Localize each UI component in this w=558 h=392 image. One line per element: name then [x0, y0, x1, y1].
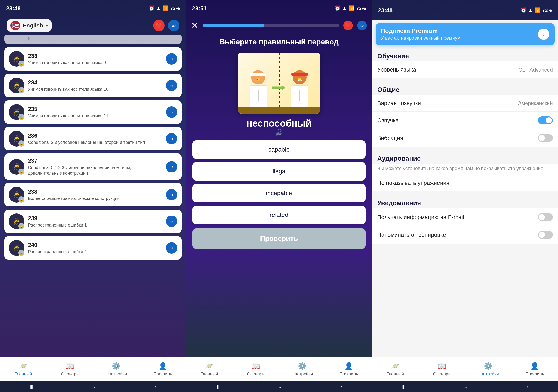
list-item[interactable]: 🥷 🔒 237 Conditional 0 1 2 3 условное нак… — [4, 154, 182, 180]
nav-home-label-1: Главный — [15, 372, 32, 376]
quiz-audio-hint: 🔊 — [246, 129, 312, 136]
language-level-label: Уровень языка — [377, 66, 416, 73]
gesture-bar-1: ||| ○ ‹ — [0, 381, 186, 392]
voice-toggle[interactable] — [538, 116, 553, 124]
course-title: Учимся говорить как носители языка 10 — [28, 86, 162, 92]
signal-icon-3: 📶 — [535, 8, 541, 13]
answer-illegal[interactable]: illegal — [192, 162, 365, 181]
list-item[interactable]: 🥷 🔒 236 Conditional 2 3 условное наклоне… — [4, 127, 182, 150]
time-2: 23:51 — [192, 5, 207, 12]
email-toggle[interactable] — [538, 213, 553, 221]
status-bar-3: 23:48 ⏰ ▲ 📶 72% — [372, 0, 558, 20]
signal-icon-2: 📶 — [349, 5, 355, 11]
list-item[interactable]: 🥷 🔒 240 Распространенные ошибки 2 → — [4, 236, 182, 260]
nav-settings-label-3: Настройки — [478, 372, 499, 376]
settings-row-reminder[interactable]: Напоминать о тренировке — [372, 226, 558, 244]
section-general-title: Общие — [372, 82, 558, 95]
list-item[interactable]: 🥷 🔒 238 Более сложные грамматические кон… — [4, 183, 182, 207]
answer-options: capable illegal incapable related — [192, 140, 365, 224]
settings-row-voice-variant[interactable]: Вариант озвучки Американский — [372, 95, 558, 112]
lock-icon: 🔒 — [18, 140, 24, 147]
quiz-header: ✕ ❤️ ∞ — [186, 16, 372, 35]
settings-row-voice[interactable]: Озвучка — [372, 112, 558, 129]
nav-home-label-3: Главный — [386, 372, 404, 376]
nav-home-2[interactable]: 🪐 Главный — [186, 362, 232, 376]
nav-profile-label-1: Профиль — [153, 372, 172, 376]
gesture-back-3: ‹ — [527, 384, 528, 389]
reminder-toggle[interactable] — [538, 231, 553, 239]
nav-profile-2[interactable]: 👤 Профиль — [325, 362, 372, 376]
time-3: 23:48 — [378, 7, 393, 14]
course-number: 236 — [28, 132, 162, 139]
list-item[interactable]: 🥷 🔒 233 Учимся говорить как носители язы… — [4, 47, 182, 71]
nav-dictionary-3[interactable]: 📖 Словарь — [418, 362, 465, 376]
nav-settings-label-2: Настройки — [292, 372, 313, 376]
lock-icon: 🔒 — [18, 196, 24, 202]
go-button[interactable]: → — [166, 80, 177, 91]
settings-icon-2: ⚙️ — [298, 362, 307, 370]
go-button[interactable]: → — [166, 189, 177, 200]
alarm-icon-3: ⏰ — [521, 8, 526, 13]
course-info: 240 Распространенные ошибки 2 — [28, 242, 162, 254]
course-info: 234 Учимся говорить как носители языка 1… — [28, 79, 162, 92]
settings-row-hide-exercises[interactable]: Не показывать упражнения — [372, 175, 558, 192]
quiz-word: неспособный — [246, 118, 312, 129]
listening-group: Не показывать упражнения — [372, 175, 558, 192]
go-button[interactable]: → — [166, 106, 177, 118]
voice-variant-label: Вариант озвучки — [377, 100, 421, 107]
karate-scene: 😠 😤 — [238, 52, 320, 113]
infinity-button[interactable]: ∞ — [168, 20, 179, 31]
section-learning-title: Обучение — [372, 49, 558, 61]
answer-capable[interactable]: capable — [192, 140, 365, 159]
course-avatar: 🥷 🔒 — [9, 159, 24, 175]
go-button[interactable]: → — [166, 53, 177, 65]
answer-incapable[interactable]: incapable — [192, 184, 365, 202]
profile-icon-3: 👤 — [530, 362, 539, 370]
status-icons-2: ⏰ ▲ 📶 72% — [335, 5, 366, 11]
battery-2: 72% — [356, 5, 366, 11]
listening-desc: Вы можете установить на какое время нам … — [372, 164, 558, 175]
settings-row-language-level[interactable]: Уровень языка C1 - Advanced — [372, 61, 558, 78]
nav-dictionary-2[interactable]: 📖 Словарь — [233, 362, 279, 376]
course-avatar: 🥷 🔒 — [9, 131, 24, 147]
premium-card[interactable]: Подписка Premium У вас активирован вечны… — [375, 23, 555, 45]
course-title: Conditional 2 3 условное наклонение, вто… — [28, 139, 162, 145]
quiz-infinity[interactable]: ∞ — [357, 21, 367, 30]
nav-home-1[interactable]: 🪐 Главный — [0, 362, 46, 376]
hearts-button[interactable]: ❤️ — [153, 20, 165, 31]
go-button[interactable]: → — [166, 161, 177, 173]
answer-related[interactable]: related — [192, 206, 365, 224]
list-item[interactable]: 🥷 🔒 235 Учимся говорить как носители язы… — [4, 100, 182, 124]
close-button[interactable]: ✕ — [191, 20, 199, 31]
course-avatar: 🥷 🔒 — [9, 51, 24, 67]
list-item[interactable]: 8 — [4, 35, 182, 44]
settings-row-email[interactable]: Получать информацию на E-mail — [372, 209, 558, 226]
nav-profile-3[interactable]: 👤 Профиль — [512, 362, 558, 376]
go-button[interactable]: → — [166, 133, 177, 144]
wifi-icon-3: ▲ — [528, 8, 533, 13]
nav-settings-3[interactable]: ⚙️ Настройки — [465, 362, 511, 376]
section-notifications-title: Уведомления — [372, 196, 558, 209]
vibration-toggle[interactable] — [538, 134, 553, 142]
nav-settings-1[interactable]: ⚙️ Настройки — [93, 362, 140, 376]
progress-bar — [203, 24, 339, 27]
nav-profile-1[interactable]: 👤 Профиль — [140, 362, 186, 376]
nav-settings-2[interactable]: ⚙️ Настройки — [279, 362, 325, 376]
list-item[interactable]: 🥷 🔒 234 Учимся говорить как носители язы… — [4, 74, 182, 97]
nav-dictionary-1[interactable]: 📖 Словарь — [46, 362, 93, 376]
course-info: 233 Учимся говорить как носители языка 9 — [28, 52, 162, 65]
course-info: 237 Conditional 0 1 2 3 условное наклоне… — [28, 157, 162, 176]
nav-home-3[interactable]: 🪐 Главный — [372, 362, 418, 376]
check-button[interactable]: Проверить — [192, 228, 365, 249]
go-button[interactable]: → — [166, 242, 177, 253]
language-selector[interactable]: 🇺🇸 English ▾ — [7, 19, 52, 32]
target-word-container: неспособный 🔊 — [246, 118, 312, 136]
list-item[interactable]: 🥷 🔒 239 Распространенные ошибки 1 → — [4, 209, 182, 233]
quiz-hearts[interactable]: ❤️ — [343, 21, 353, 30]
panel-settings: 23:48 ⏰ ▲ 📶 72% Подписка Premium У вас а… — [372, 0, 558, 392]
language-name: English — [23, 22, 43, 29]
go-button[interactable]: → — [166, 216, 177, 227]
premium-arrow-icon[interactable]: › — [538, 29, 549, 40]
scene-divider — [279, 52, 280, 113]
settings-row-vibration[interactable]: Вибрация — [372, 129, 558, 147]
